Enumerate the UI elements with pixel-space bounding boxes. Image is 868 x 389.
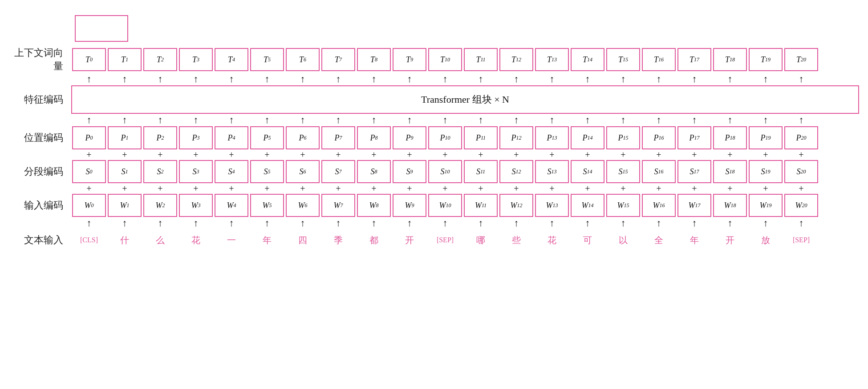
token-2: 么 bbox=[143, 231, 177, 249]
token-3: 花 bbox=[179, 231, 213, 249]
arrow-up: ↑ bbox=[321, 217, 355, 229]
input-encoding-label: 输入编码 bbox=[9, 199, 71, 212]
plus-symbol: + bbox=[713, 149, 747, 160]
arrow-up: ↑ bbox=[72, 114, 106, 126]
cell-t-10: T10 bbox=[428, 48, 462, 71]
token-10: [SEP] bbox=[428, 231, 462, 249]
arrow-up: ↑ bbox=[286, 217, 320, 229]
cell-p-2: P2 bbox=[143, 126, 177, 149]
arrow-up: ↑ bbox=[535, 114, 569, 126]
token-16: 全 bbox=[642, 231, 676, 249]
arrow-up: ↑ bbox=[143, 217, 177, 229]
cell-w-1: W1 bbox=[108, 194, 142, 217]
cell-t-15: T15 bbox=[606, 48, 640, 71]
plus-symbol: + bbox=[535, 183, 569, 194]
cell-s-2: S2 bbox=[143, 160, 177, 183]
arrow-up: ↑ bbox=[784, 73, 818, 85]
arrow-up: ↑ bbox=[393, 114, 426, 126]
arrow-up: ↑ bbox=[606, 217, 640, 229]
cell-p-20: P20 bbox=[784, 126, 818, 149]
plus-symbol: + bbox=[749, 183, 783, 194]
text-input-label: 文本输入 bbox=[9, 233, 71, 247]
arrow-up: ↑ bbox=[393, 217, 426, 229]
arrow-up: ↑ bbox=[535, 217, 569, 229]
plus-symbol: + bbox=[464, 149, 498, 160]
arrows-inner-2: ↑↑↑↑↑↑↑↑↑↑↑↑↑↑↑↑↑↑↑↑↑ bbox=[71, 114, 859, 126]
cell-s-12: S12 bbox=[499, 160, 533, 183]
plus-symbol: + bbox=[499, 183, 533, 194]
cell-w-8: W8 bbox=[357, 194, 391, 217]
plus-symbol: + bbox=[357, 183, 391, 194]
cell-s-19: S19 bbox=[749, 160, 783, 183]
cell-p-14: P14 bbox=[571, 126, 604, 149]
text-input-row: 文本输入 [CLS]什么花一年四季都开[SEP]哪些花可以全年开放[SEP] bbox=[9, 231, 859, 249]
arrow-up: ↑ bbox=[393, 73, 426, 85]
plus-row-1: +++++++++++++++++++++ bbox=[9, 149, 859, 160]
arrow-up: ↑ bbox=[215, 217, 248, 229]
cell-w-14: W14 bbox=[571, 194, 604, 217]
transformer-container: Transformer 组块 × N bbox=[71, 85, 859, 114]
cell-w-19: W19 bbox=[749, 194, 783, 217]
plus-symbol: + bbox=[215, 183, 248, 194]
context-vector-cells: T0T1T2T3T4T5T6T7T8T9T10T11T12T13T14T15T1… bbox=[71, 48, 859, 71]
plus-symbol: + bbox=[286, 149, 320, 160]
plus-inner-1: +++++++++++++++++++++ bbox=[71, 149, 859, 160]
cell-t-1: T1 bbox=[108, 48, 142, 71]
cell-t-14: T14 bbox=[571, 48, 604, 71]
plus-symbol: + bbox=[143, 149, 177, 160]
arrows-above-transformer: ↑↑↑↑↑↑↑↑↑↑↑↑↑↑↑↑↑↑↑↑↑ bbox=[9, 73, 859, 85]
arrow-up: ↑ bbox=[179, 114, 213, 126]
arrow-up: ↑ bbox=[250, 114, 284, 126]
arrows-text-to-w: ↑↑↑↑↑↑↑↑↑↑↑↑↑↑↑↑↑↑↑↑↑ bbox=[9, 217, 859, 229]
cell-s-20: S20 bbox=[784, 160, 818, 183]
plus-symbol: + bbox=[606, 183, 640, 194]
token-4: 一 bbox=[215, 231, 248, 249]
position-encoding-label: 位置编码 bbox=[9, 131, 71, 144]
cell-w-6: W6 bbox=[286, 194, 320, 217]
arrow-up: ↑ bbox=[464, 217, 498, 229]
token-0: [CLS] bbox=[72, 231, 106, 249]
arrow-up: ↑ bbox=[784, 114, 818, 126]
arrow-up: ↑ bbox=[571, 217, 604, 229]
plus-symbol: + bbox=[250, 183, 284, 194]
arrow-up: ↑ bbox=[143, 114, 177, 126]
token-15: 以 bbox=[606, 231, 640, 249]
top-section bbox=[9, 13, 859, 42]
plus-symbol: + bbox=[784, 183, 818, 194]
plus-symbol: + bbox=[143, 183, 177, 194]
plus-symbol: + bbox=[642, 183, 676, 194]
token-5: 年 bbox=[250, 231, 284, 249]
arrow-up: ↑ bbox=[108, 73, 142, 85]
token-11: 哪 bbox=[464, 231, 498, 249]
cell-s-1: S1 bbox=[108, 160, 142, 183]
arrow-up: ↑ bbox=[571, 73, 604, 85]
arrow-up: ↑ bbox=[749, 114, 783, 126]
cell-t-8: T8 bbox=[357, 48, 391, 71]
diagram: 上下文词向量 T0T1T2T3T4T5T6T7T8T9T10T11T12T13T… bbox=[0, 0, 868, 258]
cell-s-13: S13 bbox=[535, 160, 569, 183]
token-7: 季 bbox=[321, 231, 355, 249]
cell-w-3: W3 bbox=[179, 194, 213, 217]
arrow-up: ↑ bbox=[215, 73, 248, 85]
arrow-up: ↑ bbox=[713, 114, 747, 126]
token-17: 年 bbox=[677, 231, 711, 249]
cell-t-0: T0 bbox=[72, 48, 106, 71]
cell-t-18: T18 bbox=[713, 48, 747, 71]
cell-s-8: S8 bbox=[357, 160, 391, 183]
arrow-up: ↑ bbox=[499, 73, 533, 85]
plus-symbol: + bbox=[784, 149, 818, 160]
cell-s-17: S17 bbox=[677, 160, 711, 183]
plus-symbol: + bbox=[642, 149, 676, 160]
cell-t-19: T19 bbox=[749, 48, 783, 71]
arrow-up: ↑ bbox=[108, 217, 142, 229]
arrow-up: ↑ bbox=[642, 217, 676, 229]
plus-symbol: + bbox=[571, 183, 604, 194]
cell-w-2: W2 bbox=[143, 194, 177, 217]
context-vector-row: 上下文词向量 T0T1T2T3T4T5T6T7T8T9T10T11T12T13T… bbox=[9, 46, 859, 73]
plus-symbol: + bbox=[677, 149, 711, 160]
cell-p-15: P15 bbox=[606, 126, 640, 149]
plus-symbol: + bbox=[357, 149, 391, 160]
arrows-below-transformer: ↑↑↑↑↑↑↑↑↑↑↑↑↑↑↑↑↑↑↑↑↑ bbox=[9, 114, 859, 126]
token-13: 花 bbox=[535, 231, 569, 249]
cell-w-5: W5 bbox=[250, 194, 284, 217]
